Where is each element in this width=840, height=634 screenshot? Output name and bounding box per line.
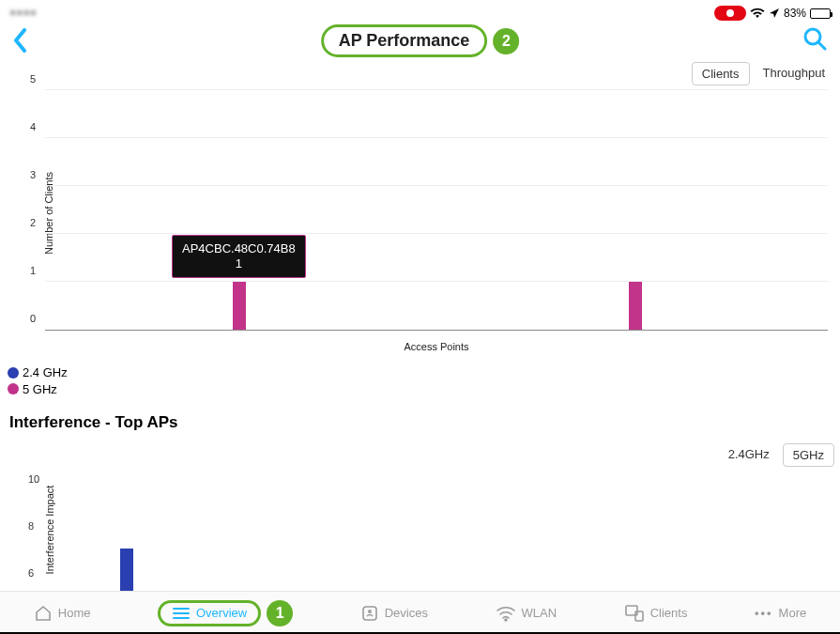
legend-label: 5 GHz <box>23 381 57 398</box>
more-icon: ••• <box>755 606 773 620</box>
nav-label: Devices <box>385 606 428 620</box>
screen-record-indicator <box>714 6 746 21</box>
battery-text: 83% <box>784 7 806 20</box>
wifi-icon <box>750 8 765 19</box>
svg-line-1 <box>818 42 825 49</box>
nav-overview[interactable]: Overview <box>158 600 261 626</box>
ytick: 2 <box>30 217 826 228</box>
legend-item-5[interactable]: 5 GHz <box>8 381 68 398</box>
nav-label: Home <box>58 606 91 620</box>
ytick: 4 <box>30 121 826 132</box>
ytick: 6 <box>28 567 826 579</box>
bottom-nav: Home Overview 1 Devices WLAN Clients •••… <box>0 591 840 634</box>
nav-devices[interactable]: Devices <box>360 604 428 623</box>
location-icon <box>769 8 780 19</box>
legend-label: 2.4 GHz <box>23 364 68 381</box>
nav-clients[interactable]: Clients <box>624 604 688 623</box>
step-badge-2: 2 <box>493 28 519 54</box>
tooltip-value: 1 <box>182 256 296 271</box>
ytick: 8 <box>28 520 826 532</box>
chart2-plot[interactable]: 10 8 6 <box>45 472 828 592</box>
status-bar: 83% <box>714 6 831 21</box>
toggle-5ghz[interactable]: 5GHz <box>783 443 834 467</box>
swatch-24 <box>8 367 19 379</box>
bar-ap1-5ghz[interactable] <box>233 282 246 330</box>
swatch-5 <box>8 383 19 394</box>
page-title: AP Performance <box>321 24 488 57</box>
legend-item-24[interactable]: 2.4 GHz <box>8 364 68 381</box>
ytick: 10 <box>28 473 826 485</box>
ytick: 5 <box>30 73 826 85</box>
toggle-24ghz[interactable]: 2.4GHz <box>719 443 779 467</box>
step-badge-1: 1 <box>267 600 293 626</box>
search-button[interactable] <box>802 26 827 54</box>
ytick: 3 <box>30 169 826 180</box>
ytick: 1 <box>30 265 826 276</box>
back-button[interactable] <box>13 28 28 53</box>
chart2-band-toggle: 2.4GHz 5GHz <box>719 443 834 467</box>
svg-point-6 <box>369 610 371 611</box>
chart-legend: 2.4 GHz 5 GHz <box>8 364 68 397</box>
chart-tooltip: AP4CBC.48C0.74B8 1 <box>172 235 306 279</box>
bar-ap2-5ghz[interactable] <box>629 282 642 330</box>
nav-label: Overview <box>196 606 247 620</box>
nav-label: Clients <box>650 606 688 620</box>
chart1-xlabel: Access Points <box>404 341 468 352</box>
tooltip-title: AP4CBC.48C0.74B8 <box>182 241 296 256</box>
interference-bar-chart: Interference Impact 10 8 6 <box>28 468 828 592</box>
battery-icon <box>810 8 831 19</box>
ytick: 0 <box>30 313 826 324</box>
page-header: AP Performance 2 <box>0 24 840 56</box>
nav-more[interactable]: ••• More <box>755 606 806 620</box>
nav-wlan[interactable]: WLAN <box>496 605 557 622</box>
clients-bar-chart: Number of Clients 0 1 2 3 4 5 AP4CBC.48C… <box>28 86 828 340</box>
carrier-text: ●●●● <box>9 6 37 19</box>
interference-section-title: Interference - Top APs <box>9 413 177 432</box>
nav-label: WLAN <box>522 606 557 620</box>
chart1-plot[interactable]: 0 1 2 3 4 5 AP4CBC.48C0.74B8 1 Access Po… <box>45 90 828 331</box>
nav-home[interactable]: Home <box>34 604 91 623</box>
svg-point-7 <box>505 619 507 621</box>
nav-label: More <box>779 606 807 620</box>
